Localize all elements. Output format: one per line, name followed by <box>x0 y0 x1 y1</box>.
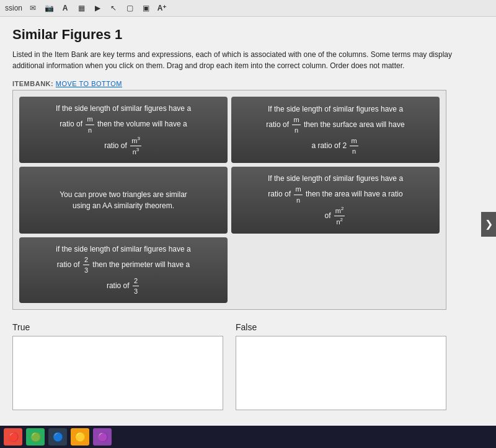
card-perimeter[interactable]: if the side length of similar figures ha… <box>19 237 228 303</box>
play-icon[interactable]: ▶ <box>92 2 103 14</box>
drop-zone-true[interactable]: True <box>12 322 223 410</box>
taskbar-icon-1[interactable]: 🔴 <box>4 428 22 438</box>
frac-2-3-2: 2 3 <box>133 276 139 297</box>
card-aa-similarity[interactable]: You can prove two triangles are similar … <box>19 167 228 233</box>
frac-m3-n3: m3 n3 <box>130 135 141 157</box>
main-content: Similar Figures 1 Listed in the Item Ban… <box>0 17 496 438</box>
nav-arrow-right[interactable]: ❯ <box>481 212 496 237</box>
drop-zone-false-label: False <box>236 322 446 332</box>
cursor-icon[interactable]: ↖ <box>108 2 119 14</box>
card-volume[interactable]: If the side length of similar figures ha… <box>19 97 228 163</box>
font-icon[interactable]: A⁺ <box>156 2 167 14</box>
taskbar-icon-5[interactable]: 🟣 <box>93 428 112 438</box>
frac-m-n-2: m n <box>292 115 300 136</box>
drop-zone-true-box[interactable] <box>12 336 223 410</box>
itembank-label: ITEMBANK: Move to Bottom <box>12 80 484 87</box>
card-surface-area[interactable]: If the side length of similar figures ha… <box>231 97 440 163</box>
card-surface-text: If the side length of similar figures ha… <box>266 103 404 157</box>
top-bar: ssion ✉ 📷 A ▦ ▶ ↖ ▢ ▣ A⁺ <box>0 0 496 17</box>
taskbar-icon-3[interactable]: 🔵 <box>48 428 67 438</box>
taskbar-icon-2[interactable]: 🟢 <box>26 428 45 438</box>
frac-2-3-1: 2 3 <box>83 255 89 276</box>
page-title: Similar Figures 1 <box>12 27 484 43</box>
card-perimeter-text: if the side length of similar figures ha… <box>56 244 190 297</box>
drop-zones: True False <box>12 322 446 410</box>
frac-m-n-3: m n <box>350 136 358 157</box>
taskbar: 🔴 🟢 🔵 🟡 🟣 <box>0 426 496 438</box>
card-area-text: If the side length of similar figures ha… <box>268 173 403 227</box>
box1-icon[interactable]: ▢ <box>124 2 135 14</box>
itembank-grid: If the side length of similar figures ha… <box>19 97 440 303</box>
frac-m-n-4: m n <box>294 184 302 205</box>
card-aa-text: You can prove two triangles are similar … <box>60 189 187 211</box>
drop-zone-true-label: True <box>12 322 223 332</box>
instructions: Listed in the Item Bank are key terms an… <box>12 49 477 71</box>
grid-icon[interactable]: ▦ <box>76 2 87 14</box>
itembank-text: ITEMBANK: <box>12 80 53 87</box>
frac-m2-n2: m2 n2 <box>334 205 345 227</box>
card-volume-text: If the side length of similar figures ha… <box>56 103 191 157</box>
itembank-container: If the side length of similar figures ha… <box>12 90 446 310</box>
taskbar-icon-4[interactable]: 🟡 <box>71 428 89 438</box>
session-label: ssion <box>5 4 22 12</box>
drop-zone-false[interactable]: False <box>236 322 446 410</box>
move-to-bottom-link[interactable]: Move to Bottom <box>56 80 122 87</box>
drop-zone-false-box[interactable] <box>236 336 446 410</box>
camera-icon[interactable]: 📷 <box>43 2 55 14</box>
a-icon[interactable]: A <box>60 2 71 14</box>
email-icon[interactable]: ✉ <box>27 2 38 14</box>
frac-m-n-1: m n <box>86 114 94 135</box>
card-area[interactable]: If the side length of similar figures ha… <box>231 167 440 233</box>
box2-icon[interactable]: ▣ <box>140 2 151 14</box>
